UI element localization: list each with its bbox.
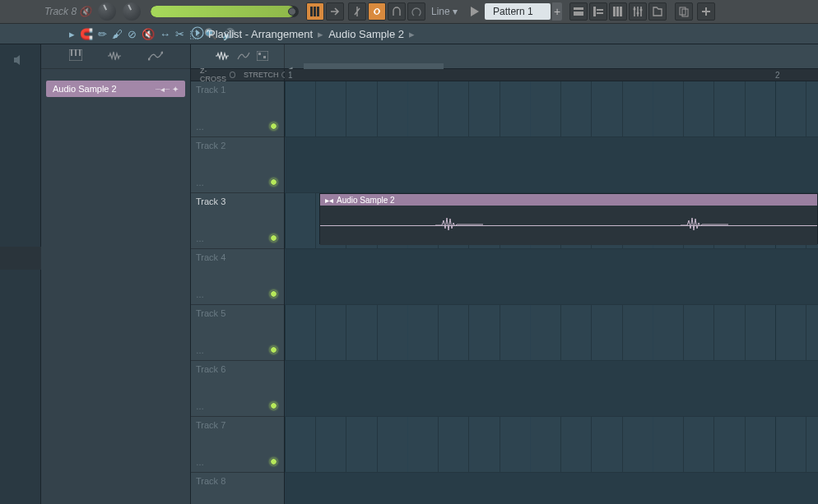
timeline-grid[interactable]: ▸◂ Audio Sample 2: [285, 81, 818, 504]
track-active-led[interactable]: [270, 290, 277, 298]
playlist-toolbar: ▸ 🧲 ✏ 🖌 ⊘ 🔇 ↔ ✂ ⬚ 🔍 🔊 Playlist - Arrange…: [0, 24, 818, 44]
waveform-peak: [681, 213, 730, 238]
sidebar-mode-icons: [41, 44, 190, 69]
piano-icon[interactable]: [69, 49, 82, 63]
playlist-panel: ◂ Z-CROSS STRETCH 1 2 Tra: [191, 44, 818, 504]
pan-knob[interactable]: [98, 2, 116, 21]
track-active-led[interactable]: [270, 123, 277, 130]
menu-icon[interactable]: ▸: [69, 28, 75, 40]
track-row[interactable]: [285, 305, 818, 361]
track-menu-icon[interactable]: …: [196, 458, 204, 467]
slip-tool-icon[interactable]: ↔: [160, 28, 170, 40]
track-header[interactable]: Track 6…: [191, 361, 284, 417]
audio-mode-icon[interactable]: [216, 51, 230, 62]
track-row[interactable]: [285, 417, 818, 473]
stretch-toggle[interactable]: STRETCH: [239, 71, 292, 79]
arrow-button[interactable]: [326, 2, 344, 21]
magnet-icon[interactable]: 🧲: [80, 28, 93, 40]
options-row: Z-CROSS STRETCH 1 2: [191, 69, 818, 81]
channel-rack-window-button[interactable]: [609, 2, 627, 21]
svg-rect-4: [574, 12, 583, 16]
piano-roll-window-button[interactable]: [589, 2, 607, 21]
audio-clip-waveform: [320, 206, 817, 245]
audio-clip[interactable]: ▸◂ Audio Sample 2: [319, 193, 818, 244]
draw-tool-icon[interactable]: ✏: [98, 28, 107, 40]
svg-rect-0: [310, 7, 313, 16]
track-header[interactable]: Track 5…: [191, 305, 284, 361]
playlist-tools: ▸ 🧲 ✏ 🖌 ⊘ 🔇 ↔ ✂ ⬚ 🔍 🔊: [0, 28, 191, 40]
pattern-mode-icon[interactable]: [257, 51, 268, 62]
pattern-mode-button[interactable]: [306, 2, 324, 21]
erase-tool-icon[interactable]: ⊘: [128, 28, 137, 40]
clip-label: Audio Sample 2: [53, 84, 117, 94]
pattern-selector[interactable]: Pattern 1: [485, 3, 551, 20]
add-pattern-button[interactable]: +: [552, 2, 562, 21]
track-header[interactable]: Track 1…: [191, 81, 284, 137]
track-row[interactable]: [285, 361, 818, 417]
picker-strip: [0, 44, 41, 504]
track-header[interactable]: Track 2…: [191, 137, 284, 193]
track-menu-icon[interactable]: …: [196, 402, 204, 411]
svg-rect-5: [593, 7, 596, 16]
svg-rect-19: [75, 49, 77, 56]
audio-icon[interactable]: [108, 50, 123, 63]
slice-tool-icon[interactable]: ✂: [175, 28, 184, 40]
svg-rect-7: [597, 12, 603, 14]
svg-rect-10: [620, 7, 622, 16]
snap-dropdown[interactable]: Line ▾: [431, 6, 458, 17]
svg-point-11: [634, 8, 636, 11]
track-row[interactable]: ▸◂ Audio Sample 2: [285, 193, 818, 249]
breadcrumb-root[interactable]: Playlist - Arrangement: [208, 28, 313, 40]
browser-window-button[interactable]: [648, 2, 667, 21]
track-row[interactable]: [285, 473, 818, 504]
track-header[interactable]: Track 4…: [191, 249, 284, 305]
track-header[interactable]: Track 3…: [191, 193, 284, 249]
automation-mode-icon[interactable]: [237, 51, 250, 62]
speaker-icon[interactable]: [13, 54, 28, 69]
track-active-led[interactable]: [270, 234, 277, 242]
track-menu-icon[interactable]: …: [196, 178, 204, 187]
svg-rect-2: [317, 7, 319, 16]
svg-rect-24: [258, 53, 261, 55]
track-menu-icon[interactable]: …: [196, 346, 204, 355]
play-button[interactable]: [465, 2, 483, 21]
paint-tool-icon[interactable]: 🖌: [112, 28, 123, 40]
master-volume-slider[interactable]: [151, 6, 299, 17]
zcross-toggle[interactable]: Z-CROSS: [196, 67, 239, 83]
clip-wave-icon: ┈◂┈ ✦: [156, 85, 179, 94]
timeline-ruler[interactable]: 1 2: [285, 69, 818, 81]
volume-knob[interactable]: [123, 2, 141, 21]
link-button[interactable]: [368, 2, 386, 21]
breadcrumb-leaf[interactable]: Audio Sample 2: [328, 28, 404, 40]
volume-thumb[interactable]: [288, 7, 296, 16]
track-header[interactable]: Track 7…: [191, 417, 284, 473]
clip-handle-icon[interactable]: ▸◂: [325, 196, 333, 205]
track-menu-icon[interactable]: …: [196, 123, 204, 132]
close-button[interactable]: [697, 2, 715, 21]
track-active-led[interactable]: [270, 346, 277, 354]
playlist-window-button[interactable]: [569, 2, 588, 21]
audio-clip-header[interactable]: ▸◂ Audio Sample 2: [320, 194, 817, 206]
track-row[interactable]: [285, 137, 818, 193]
copy-button[interactable]: [675, 2, 693, 21]
go-icon[interactable]: [191, 26, 204, 41]
countdown-button[interactable]: [407, 2, 425, 21]
track-active-led[interactable]: [270, 178, 277, 186]
mute-tool-icon[interactable]: 🔇: [142, 28, 155, 40]
chevron-right-icon: ▸: [409, 28, 415, 40]
wait-input-button[interactable]: [388, 2, 406, 21]
track-menu-icon[interactable]: …: [196, 290, 204, 299]
mixer-window-button[interactable]: [629, 2, 647, 21]
automation-icon[interactable]: [148, 50, 163, 63]
clip-item[interactable]: Audio Sample 2 ┈◂┈ ✦: [46, 81, 185, 97]
track-headers: Track 1… Track 2… Track 3… Track 4… Trac…: [191, 81, 285, 504]
track-header[interactable]: Track 8: [191, 473, 284, 504]
metronome-button[interactable]: [348, 2, 366, 21]
track-row[interactable]: [285, 81, 818, 137]
track-active-led[interactable]: [270, 402, 277, 409]
track-menu-icon[interactable]: …: [196, 234, 204, 243]
track-active-led[interactable]: [270, 458, 277, 465]
track-row[interactable]: [285, 249, 818, 305]
track-name: Track 6: [196, 364, 225, 374]
track-name: Track 8: [196, 476, 225, 486]
